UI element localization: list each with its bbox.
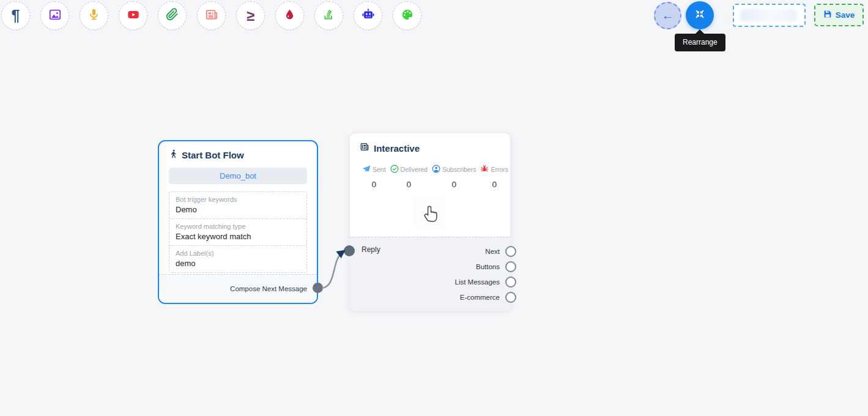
start-bot-flow-node[interactable]: Start Bot Flow Demo_bot Bot trigger keyw… bbox=[158, 140, 318, 304]
field-value: demo bbox=[176, 259, 300, 268]
bug-icon bbox=[480, 165, 489, 174]
bot-name-chip[interactable]: Demo_bot bbox=[169, 168, 307, 184]
back-button[interactable]: ← bbox=[654, 2, 681, 29]
toolbar-button-theme[interactable] bbox=[393, 1, 421, 30]
toolbar-button-image[interactable] bbox=[40, 1, 69, 30]
field-label: Keyword matching type bbox=[176, 223, 300, 230]
output-row-buttons: Buttons bbox=[476, 261, 516, 272]
output-label: E-commerce bbox=[460, 294, 500, 301]
stat-label: Sent bbox=[373, 166, 386, 173]
next-output-socket[interactable] bbox=[505, 246, 516, 257]
toolbar-button-template[interactable] bbox=[197, 1, 226, 30]
stat-delivered: Delivered 0 bbox=[390, 165, 428, 189]
reply-input-label: Reply bbox=[362, 245, 380, 254]
newspaper-icon bbox=[360, 142, 369, 154]
toolbar-button-video[interactable] bbox=[119, 1, 147, 30]
blurred-flow-name bbox=[740, 9, 797, 21]
toolbar-button-drip[interactable] bbox=[275, 1, 304, 30]
walking-person-icon bbox=[169, 149, 178, 161]
toolbar-button-condition[interactable]: ≥ bbox=[236, 1, 265, 30]
robot-icon bbox=[362, 8, 375, 24]
stat-sent: Sent 0 bbox=[362, 165, 386, 189]
interactive-node-ports-section: Reply Next Buttons List Messages E-comme… bbox=[349, 237, 511, 311]
stat-value: 0 bbox=[390, 180, 428, 189]
output-label: List Messages bbox=[454, 278, 500, 286]
toolbar-button-bot[interactable] bbox=[354, 1, 382, 30]
list-messages-output-socket[interactable] bbox=[505, 277, 516, 288]
ecommerce-output-socket[interactable] bbox=[505, 292, 516, 303]
save-button[interactable]: Save bbox=[814, 4, 864, 26]
field-value: Demo bbox=[176, 205, 300, 214]
stat-label: Errors bbox=[491, 166, 508, 173]
field-label: Add Label(s) bbox=[176, 250, 300, 257]
buttons-output-socket[interactable] bbox=[505, 261, 516, 272]
stat-value: 0 bbox=[480, 180, 508, 189]
field-matching-type[interactable]: Keyword matching type Exact keyword matc… bbox=[169, 218, 306, 245]
greater-equal-icon: ≥ bbox=[247, 9, 254, 23]
stat-label: Subscribers bbox=[442, 166, 476, 173]
field-value: Exact keyword match bbox=[176, 232, 300, 241]
user-circle-icon bbox=[432, 165, 440, 174]
stat-subscribers: Subscribers 0 bbox=[432, 165, 476, 189]
toolbar-button-file[interactable] bbox=[158, 1, 187, 30]
rearrange-button[interactable] bbox=[686, 1, 714, 29]
start-node-fields: Bot trigger keywords Demo Keyword matchi… bbox=[169, 191, 307, 273]
toolbar-button-audio[interactable] bbox=[80, 1, 108, 30]
compress-arrows-icon bbox=[694, 8, 706, 23]
droplet-icon bbox=[284, 9, 295, 23]
stat-value: 0 bbox=[362, 180, 386, 189]
interactive-node-stats: Sent 0 Delivered 0 Subscribers bbox=[350, 165, 510, 189]
back-arrow-icon: ← bbox=[662, 9, 674, 23]
toolbar-button-sequence[interactable] bbox=[314, 1, 343, 30]
flow-name-input[interactable] bbox=[733, 4, 806, 27]
check-circle-icon bbox=[390, 165, 399, 174]
microphone-icon bbox=[87, 8, 100, 23]
interactive-node-title: Interactive bbox=[374, 143, 420, 154]
save-button-label: Save bbox=[836, 10, 855, 20]
reply-input-socket[interactable] bbox=[344, 245, 355, 256]
paperclip-icon bbox=[166, 8, 179, 23]
rearrange-tooltip: Rearrange bbox=[675, 34, 725, 51]
video-play-icon bbox=[127, 8, 140, 24]
start-node-header: Start Bot Flow bbox=[159, 141, 317, 166]
output-label: Buttons bbox=[476, 263, 500, 270]
start-node-title: Start Bot Flow bbox=[182, 150, 244, 160]
stat-value: 0 bbox=[432, 180, 476, 189]
newspaper-icon bbox=[205, 8, 218, 24]
output-row-ecommerce: E-commerce bbox=[460, 292, 516, 303]
field-trigger-keywords[interactable]: Bot trigger keywords Demo bbox=[169, 192, 306, 218]
interactive-node-header: Interactive bbox=[350, 133, 510, 154]
stat-label: Delivered bbox=[401, 166, 428, 173]
hover-highlight bbox=[413, 197, 446, 228]
field-label: Bot trigger keywords bbox=[176, 196, 300, 203]
compose-next-message-label: Compose Next Message bbox=[230, 285, 307, 292]
stack-icon bbox=[322, 8, 335, 23]
output-row-list-messages: List Messages bbox=[454, 277, 516, 288]
paper-plane-icon bbox=[362, 165, 371, 174]
stat-errors: Errors 0 bbox=[480, 165, 508, 189]
floppy-disk-icon bbox=[823, 10, 832, 20]
toolbar-button-text[interactable]: ¶ bbox=[1, 1, 30, 30]
pilcrow-icon: ¶ bbox=[12, 8, 20, 23]
compose-next-message-action[interactable]: Compose Next Message bbox=[159, 274, 317, 303]
start-node-output-socket[interactable] bbox=[313, 283, 323, 293]
palette-icon bbox=[401, 8, 414, 24]
flow-builder-canvas[interactable]: ¶ ≥ bbox=[0, 0, 868, 416]
image-icon bbox=[48, 8, 62, 24]
message-type-toolbar: ¶ ≥ bbox=[1, 1, 421, 30]
output-row-next: Next bbox=[485, 246, 516, 257]
output-label: Next bbox=[485, 248, 500, 255]
field-add-labels[interactable]: Add Label(s) demo bbox=[169, 245, 306, 272]
